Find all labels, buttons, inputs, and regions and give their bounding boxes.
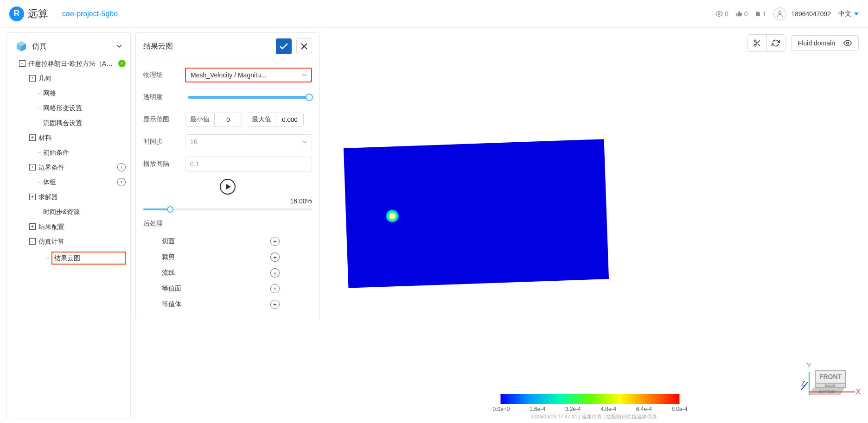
tree-item[interactable]: +结果配置 bbox=[10, 219, 128, 234]
confirm-button[interactable] bbox=[276, 38, 292, 54]
add-icon[interactable]: + bbox=[117, 163, 126, 171]
add-icon[interactable]: + bbox=[270, 268, 280, 278]
panel-title: 结果云图 bbox=[143, 42, 173, 51]
gizmo-back-face[interactable]: BACK bbox=[815, 383, 846, 388]
tree-item[interactable]: +边界条件+ bbox=[10, 160, 128, 175]
tree-item[interactable]: 网格形变设置 bbox=[10, 101, 128, 115]
cut-tool-button[interactable] bbox=[748, 35, 766, 51]
tree-toggle-icon[interactable]: − bbox=[29, 238, 36, 245]
logo-text: 远算 bbox=[28, 7, 48, 21]
physics-field-label: 物理场 bbox=[143, 71, 185, 79]
tree-toggle-icon[interactable]: + bbox=[29, 134, 36, 141]
tree-label: 流固耦合设置 bbox=[43, 118, 126, 127]
colorbar-ticks: 0.0e+01.6e-43.2e-44.8e-46.4e-48.0e-4 bbox=[493, 406, 688, 412]
tree-label: 材料 bbox=[38, 133, 126, 142]
main-layout: 仿真 − 任意拉格朗日-欧拉方法（ALE... ✓ +几何网格网格形变设置流固耦… bbox=[0, 28, 868, 423]
timestep-select[interactable]: 16 bbox=[185, 134, 312, 149]
colorbar-tick: 6.4e-4 bbox=[636, 406, 652, 412]
svg-point-2 bbox=[754, 40, 756, 42]
tree-item[interactable]: 时间步&资源 bbox=[10, 204, 128, 219]
logo[interactable]: R 远算 bbox=[9, 6, 48, 21]
svg-point-1 bbox=[779, 11, 781, 13]
sidebar-title: 仿真 bbox=[32, 42, 47, 51]
tree-toggle-icon[interactable]: + bbox=[29, 223, 36, 230]
svg-line-6 bbox=[756, 42, 757, 43]
range-max: 最大值 bbox=[247, 113, 304, 126]
range-min-input[interactable] bbox=[215, 113, 242, 126]
file-icon bbox=[755, 11, 761, 17]
post-processing-item: 等值面+ bbox=[143, 281, 312, 297]
tree-collapse-icon[interactable]: − bbox=[19, 60, 26, 67]
chevron-down-icon bbox=[116, 44, 122, 48]
eye-icon bbox=[843, 39, 852, 47]
tree-item[interactable]: 结果云图 bbox=[10, 249, 128, 267]
domain-badge[interactable]: Fluid domain bbox=[791, 35, 859, 51]
chevron-down-icon bbox=[302, 74, 306, 76]
viewport-3d[interactable]: Fluid domain 0.0e+01.6e-43.2e-44.8e-46.4… bbox=[320, 28, 868, 423]
tree-label: 几何 bbox=[38, 74, 126, 83]
colorbar-gradient bbox=[501, 394, 680, 404]
simulation-result-surface bbox=[344, 139, 609, 288]
tree-root-item[interactable]: − 任意拉格朗日-欧拉方法（ALE... ✓ bbox=[10, 56, 128, 71]
transparency-slider[interactable] bbox=[188, 96, 309, 99]
tree-label: 仿真计算 bbox=[38, 237, 126, 246]
tree-toggle-icon[interactable]: + bbox=[29, 194, 36, 200]
tree-item[interactable]: 体组+ bbox=[10, 175, 128, 189]
tree-item[interactable]: 初始条件 bbox=[10, 145, 128, 160]
colorbar-tick: 4.8e-4 bbox=[600, 406, 616, 412]
tree-item[interactable]: 网格 bbox=[10, 86, 128, 101]
add-icon[interactable]: + bbox=[270, 237, 280, 246]
post-processing-item: 裁剪+ bbox=[143, 249, 312, 265]
velocity-hotspot bbox=[386, 209, 399, 223]
svg-line-5 bbox=[758, 44, 760, 46]
sidebar-tree: 仿真 − 任意拉格朗日-欧拉方法（ALE... ✓ +几何网格网格形变设置流固耦… bbox=[6, 32, 131, 418]
gizmo-front-face[interactable]: FRONT bbox=[815, 370, 846, 383]
tree-item[interactable]: +求解器 bbox=[10, 189, 128, 204]
add-icon[interactable]: + bbox=[270, 284, 280, 293]
tree-item[interactable]: +材料 bbox=[10, 130, 128, 145]
close-button[interactable] bbox=[296, 38, 312, 54]
project-name[interactable]: cae-project-5gbo bbox=[62, 10, 118, 18]
tree-toggle-icon[interactable]: + bbox=[29, 75, 36, 82]
language-select[interactable]: 中文 bbox=[838, 10, 859, 18]
tree-label: 结果配置 bbox=[38, 222, 126, 231]
colorbar: 0.0e+01.6e-43.2e-44.8e-46.4e-48.0e-4 202… bbox=[501, 394, 688, 420]
add-icon[interactable]: + bbox=[117, 178, 126, 186]
post-processing-item: 切面+ bbox=[143, 234, 312, 249]
range-max-input[interactable] bbox=[276, 113, 303, 126]
sidebar-header[interactable]: 仿真 bbox=[7, 37, 130, 56]
progress-percent: 16.00% bbox=[143, 197, 312, 205]
user-phone: 18964047092 bbox=[791, 10, 831, 18]
progress-slider[interactable] bbox=[143, 208, 312, 210]
post-item-label: 裁剪 bbox=[162, 253, 270, 261]
logo-icon: R bbox=[9, 6, 24, 21]
check-badge-icon: ✓ bbox=[118, 60, 126, 67]
tree-item[interactable]: +几何 bbox=[10, 71, 128, 86]
add-icon[interactable]: + bbox=[270, 253, 280, 262]
post-section-title: 后处理 bbox=[143, 220, 312, 228]
axis-z-label: Z bbox=[801, 379, 805, 387]
interval-input[interactable]: 0.1 bbox=[185, 157, 312, 171]
chevron-down-icon bbox=[302, 140, 307, 143]
stat-likes: 0 bbox=[736, 10, 748, 18]
tree-label: 时间步&资源 bbox=[43, 207, 126, 216]
add-icon[interactable]: + bbox=[270, 300, 280, 309]
tree-toggle-icon[interactable]: + bbox=[29, 164, 36, 170]
colorbar-tick: 0.0e+0 bbox=[493, 406, 510, 412]
play-button[interactable] bbox=[220, 179, 236, 195]
user-section[interactable]: 18964047092 bbox=[773, 7, 831, 20]
tree-item[interactable]: −仿真计算 bbox=[10, 234, 128, 249]
chevron-down-icon bbox=[854, 13, 859, 15]
tree-item[interactable]: 流固耦合设置 bbox=[10, 115, 128, 130]
user-avatar-icon bbox=[773, 7, 786, 20]
physics-field-select[interactable]: Mesh_Velocity / Magnitu... bbox=[185, 68, 312, 82]
axes-gizmo[interactable]: FRONT BACK BOTTOM Y X Z bbox=[805, 355, 861, 411]
stat-files: 1 bbox=[755, 10, 766, 18]
panel-header: 结果云图 bbox=[136, 33, 319, 60]
tree-label: 体组 bbox=[43, 177, 115, 187]
range-min: 最小值 bbox=[185, 113, 242, 126]
colorbar-tick: 1.6e-4 bbox=[530, 406, 545, 412]
refresh-tool-button[interactable] bbox=[766, 35, 785, 51]
post-item-label: 等值体 bbox=[162, 300, 270, 309]
svg-point-7 bbox=[847, 42, 849, 44]
